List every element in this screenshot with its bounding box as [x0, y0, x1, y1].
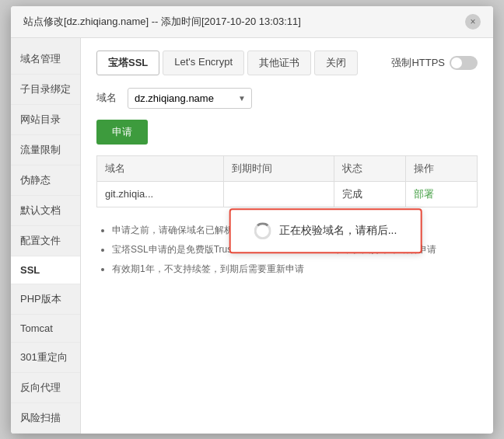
close-button[interactable]: ×: [465, 14, 481, 30]
dialog-body: 域名管理 子目录绑定 网站目录 流量限制 伪静态 默认文档 配置文件 SSL P…: [11, 38, 493, 434]
tabs: 宝塔SSL Let's Encrypt 其他证书 关闭: [96, 51, 358, 75]
main-dialog: 站点修改[dz.zhiqiang.name] -- 添加时间[2017-10-2…: [11, 6, 493, 434]
tab-lets-encrypt[interactable]: Let's Encrypt: [163, 51, 244, 75]
cell-expiry: [223, 181, 334, 207]
domain-label: 域名: [96, 91, 120, 105]
sidebar-item-security-scan[interactable]: 风险扫描: [11, 403, 80, 434]
col-expiry: 到期时间: [223, 155, 334, 181]
https-toggle-area: 强制HTTPS: [391, 56, 478, 70]
col-domain: 域名: [97, 155, 224, 181]
sidebar-item-domain-mgmt[interactable]: 域名管理: [11, 44, 80, 75]
tab-baota-ssl[interactable]: 宝塔SSL: [96, 51, 159, 75]
cell-status: 完成: [334, 181, 406, 207]
sidebar-item-reverse-proxy[interactable]: 反向代理: [11, 373, 80, 403]
sidebar-item-ssl[interactable]: SSL: [11, 256, 80, 284]
domain-select-wrapper: dz.zhiqiang.name: [128, 88, 252, 109]
https-toggle-label: 强制HTTPS: [391, 56, 445, 70]
table-row: git.zhiqia... 完成 部署: [97, 181, 478, 207]
tabs-row: 宝塔SSL Let's Encrypt 其他证书 关闭 强制HTTPS: [96, 51, 478, 75]
tab-close[interactable]: 关闭: [314, 51, 358, 75]
col-status: 状态: [334, 155, 406, 181]
cell-domain: git.zhiqia...: [97, 181, 224, 207]
loading-spinner: [254, 222, 271, 239]
domain-select[interactable]: dz.zhiqiang.name: [128, 88, 252, 109]
cell-action: 部署: [406, 181, 478, 207]
sidebar-item-pseudo-static[interactable]: 伪静态: [11, 165, 80, 196]
note-item-3: 有效期1年，不支持续签，到期后需要重新申请: [112, 262, 478, 277]
main-content: 宝塔SSL Let's Encrypt 其他证书 关闭 强制HTTPS 域名 d…: [81, 38, 493, 434]
apply-button[interactable]: 申请: [96, 120, 148, 145]
col-action: 操作: [406, 155, 478, 181]
domain-row: 域名 dz.zhiqiang.name: [96, 88, 478, 109]
loading-message: 正在校验域名，请稍后...: [279, 224, 397, 238]
sidebar-item-flow-limit[interactable]: 流量限制: [11, 135, 80, 165]
tab-other-cert[interactable]: 其他证书: [247, 51, 311, 75]
sidebar-item-subdir-bind[interactable]: 子目录绑定: [11, 75, 80, 105]
sidebar-item-php-version[interactable]: PHP版本: [11, 284, 80, 315]
sidebar: 域名管理 子目录绑定 网站目录 流量限制 伪静态 默认文档 配置文件 SSL P…: [11, 38, 81, 434]
dialog-header: 站点修改[dz.zhiqiang.name] -- 添加时间[2017-10-2…: [11, 6, 493, 38]
sidebar-item-301-redirect[interactable]: 301重定向: [11, 343, 80, 373]
loading-overlay: 正在校验域名，请稍后...: [229, 208, 422, 253]
sidebar-item-website-dir[interactable]: 网站目录: [11, 105, 80, 135]
sidebar-item-default-doc[interactable]: 默认文档: [11, 196, 80, 226]
dialog-title: 站点修改[dz.zhiqiang.name] -- 添加时间[2017-10-2…: [23, 15, 301, 29]
deploy-link[interactable]: 部署: [414, 188, 434, 200]
ssl-table: 域名 到期时间 状态 操作 git.zhiqia... 完成 部署: [96, 155, 478, 207]
https-toggle-switch[interactable]: [450, 56, 478, 70]
sidebar-item-config-file[interactable]: 配置文件: [11, 226, 80, 256]
sidebar-item-tomcat[interactable]: Tomcat: [11, 315, 80, 343]
